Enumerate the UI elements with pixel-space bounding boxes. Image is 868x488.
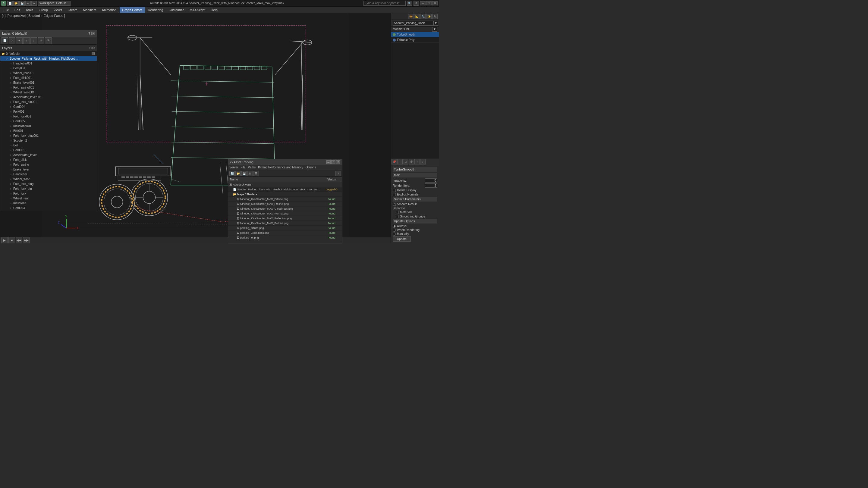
save-btn[interactable]: 💾 — [19, 1, 25, 6]
layer-item[interactable]: ▷Handlebar001 — [0, 61, 97, 66]
menu-graph-editors[interactable]: Graph Editors — [120, 7, 145, 13]
object-type-dropdown[interactable]: ▼ — [433, 21, 438, 26]
at-table-row[interactable]: 📂Maps / Shaders — [228, 192, 342, 197]
ts-surface-header[interactable]: Surface Parameters — [393, 197, 437, 201]
layer-item[interactable]: ▷Kickstand — [0, 201, 97, 205]
layer-item[interactable]: ▷Brake_lever — [0, 167, 97, 172]
modifier-editable-poly[interactable]: Editable Poly — [391, 37, 439, 43]
layer-item[interactable]: ▷Fold_click001 — [0, 75, 97, 80]
rp-icon3[interactable]: 🔧 — [420, 14, 426, 19]
menu-create[interactable]: Create — [65, 7, 80, 13]
menu-help[interactable]: Help — [208, 7, 220, 13]
ts-materials-check[interactable] — [396, 211, 399, 214]
layer-item[interactable]: ▷Fold_lock — [0, 191, 97, 196]
ts-update-header[interactable]: Update Options — [393, 219, 437, 224]
viewport-label[interactable]: [+] [Perspective] [ Shaded + Edged Faces… — [2, 14, 65, 18]
at-table-row[interactable]: 🖼Ninebot_KickScooter_MAX_Normal.pngFound — [228, 211, 342, 216]
layer-item[interactable]: ▷Fold_click — [0, 157, 97, 162]
at-table-row[interactable]: 🖼parking_diffuse.pngFound — [228, 226, 342, 230]
mod-down-btn[interactable]: ↓ — [420, 159, 426, 164]
vp-stop-btn[interactable]: ■ — [8, 237, 15, 244]
at-menu-paths[interactable]: Paths — [248, 166, 256, 169]
rp-icon4[interactable]: ✨ — [426, 14, 432, 19]
mod-del-btn[interactable]: 🗑 — [409, 159, 414, 164]
menu-group[interactable]: Group — [36, 7, 50, 13]
ts-main-header[interactable]: Main — [393, 173, 437, 177]
ts-iterations-input[interactable] — [425, 178, 437, 183]
panel-help-icon[interactable]: ? — [88, 32, 90, 35]
menu-customize[interactable]: Customize — [166, 7, 187, 13]
at-table-row[interactable]: 📄Scooter_Parking_Rack_with_Ninebot_KickS… — [228, 187, 342, 192]
mod-pipe-btn[interactable]: | — [397, 159, 403, 164]
layer-item[interactable]: ▷Kickstand001 — [0, 124, 97, 128]
ts-when-rendering-radio[interactable] — [393, 229, 396, 232]
layers-down-btn[interactable]: ↓ — [30, 37, 37, 44]
vp-next-btn[interactable]: ▶▶ — [23, 237, 30, 244]
layers-hide-label[interactable]: Hide — [89, 46, 95, 50]
rp-icon5[interactable]: 🔌 — [432, 14, 438, 19]
layer-item[interactable]: ▷Body001 — [0, 66, 97, 70]
at-list-btn[interactable]: ☰ — [253, 171, 259, 176]
layer-item[interactable]: ▷Fold_spring001 — [0, 85, 97, 90]
layer-item[interactable]: ▷Cord004 — [0, 104, 97, 109]
menu-animation[interactable]: Animation — [99, 7, 119, 13]
help-icon[interactable]: ? — [413, 1, 419, 6]
at-menu-server[interactable]: Server — [229, 166, 238, 169]
at-table-row[interactable]: 🖼Ninebot_KickScooter_MAX_Fresnel.pngFoun… — [228, 201, 342, 206]
ts-render-iters-input[interactable] — [425, 184, 437, 188]
redo-btn[interactable]: ↪ — [31, 1, 37, 6]
at-menu-file[interactable]: File — [241, 166, 245, 169]
at-folder-btn[interactable]: 📁 — [236, 171, 241, 176]
at-table-row[interactable]: 🖼Ninebot_KickScooter_MAX_Glossiness.pngF… — [228, 206, 342, 211]
search-btn[interactable]: 🔍 — [407, 1, 412, 6]
layer-item[interactable]: ▷Accelerator_lever001 — [0, 95, 97, 99]
at-menu-options[interactable]: Options — [306, 166, 316, 169]
at-close-btn[interactable]: ✕ — [336, 160, 340, 164]
layer-item[interactable]: ▷Cord001 — [0, 148, 97, 153]
menu-maxscript[interactable]: MAXScript — [187, 7, 208, 13]
at-table-row[interactable]: 🖼parking_Glossiness.pngFound — [228, 230, 342, 235]
open-btn[interactable]: 📂 — [13, 1, 19, 6]
visibility-box[interactable] — [92, 52, 95, 55]
search-input[interactable] — [364, 1, 406, 6]
ts-explicit-check[interactable] — [393, 193, 396, 196]
vp-play-btn[interactable]: ▶ — [1, 237, 8, 244]
menu-rendering[interactable]: Rendering — [146, 7, 166, 13]
at-minimize-btn[interactable]: — — [327, 160, 331, 164]
at-table-row[interactable]: 🖼Ninebot_KickScooter_MAX_Refract.pngFoun… — [228, 221, 342, 226]
layer-item[interactable]: ▷Wheel_front001 — [0, 90, 97, 95]
workspace-dropdown[interactable]: Workspace: Default — [38, 1, 70, 6]
layer-item[interactable]: ▷Fold_lock001 — [0, 114, 97, 119]
layer-item[interactable]: 📁0 (default) — [0, 51, 97, 56]
ts-smooth-result-check[interactable] — [393, 203, 396, 206]
ts-smoothing-check[interactable] — [396, 215, 399, 218]
at-refresh-btn[interactable]: 🔄 — [229, 171, 235, 176]
layer-item[interactable]: ▷Wheel_rear001 — [0, 70, 97, 75]
panel-close-btn[interactable]: ✕ — [91, 32, 95, 35]
layer-item[interactable]: ▷Cord003 — [0, 205, 97, 210]
rp-icon1[interactable]: 🔆 — [408, 14, 413, 19]
at-table-row[interactable]: 🖼parking_ior.pngFound — [228, 235, 342, 239]
layer-item[interactable]: ▷Bell — [0, 143, 97, 148]
layers-hide-btn[interactable]: 👁 — [45, 37, 52, 44]
ts-update-btn[interactable]: Update — [393, 236, 411, 241]
at-grid-btn[interactable]: ⊞ — [247, 171, 253, 176]
mod-box-btn[interactable]: □ — [403, 159, 408, 164]
menu-views[interactable]: Views — [51, 7, 64, 13]
at-help-btn[interactable]: ? — [336, 171, 341, 176]
layers-add-btn[interactable]: + — [16, 37, 23, 44]
vp-prev-btn[interactable]: ◀◀ — [16, 237, 22, 244]
layer-item[interactable]: ▷Fold_lock_plug — [0, 181, 97, 186]
layer-item[interactable]: ▷Fold_lock_plug001 — [0, 133, 97, 138]
at-table-row[interactable]: 🖼Ninebot_KickScooter_MAX_Diffuse.pngFoun… — [228, 197, 342, 201]
modifier-turbosmooth[interactable]: TurboSmooth — [391, 32, 439, 37]
layers-delete-btn[interactable]: ✕ — [9, 37, 16, 44]
object-name-input[interactable] — [393, 21, 433, 26]
layer-item[interactable]: ▷Fold_lock_pin — [0, 186, 97, 191]
at-table-row[interactable]: 🖼Ninebot_KickScooter_MAX_Reflection.pngF… — [228, 216, 342, 221]
layer-item[interactable]: ▷Brake_lever001 — [0, 80, 97, 85]
layer-item[interactable]: ▷Fork001 — [0, 109, 97, 114]
maximize-btn[interactable]: □ — [426, 1, 432, 5]
close-btn[interactable]: ✕ — [432, 1, 438, 5]
undo-btn[interactable]: ↩ — [25, 1, 31, 6]
